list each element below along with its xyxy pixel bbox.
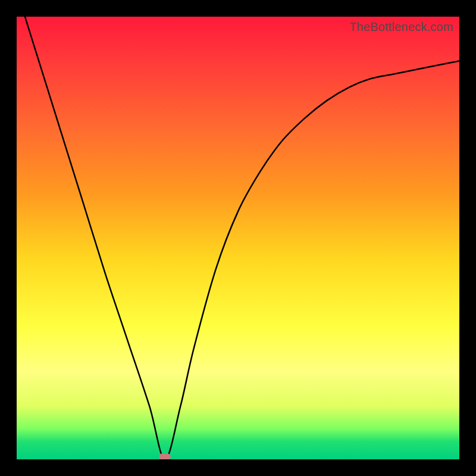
optimum-marker (159, 453, 171, 459)
plot-area: TheBottleneck.com (17, 17, 459, 459)
chart-container: TheBottleneck.com (0, 0, 476, 476)
bottleneck-curve (17, 17, 459, 459)
